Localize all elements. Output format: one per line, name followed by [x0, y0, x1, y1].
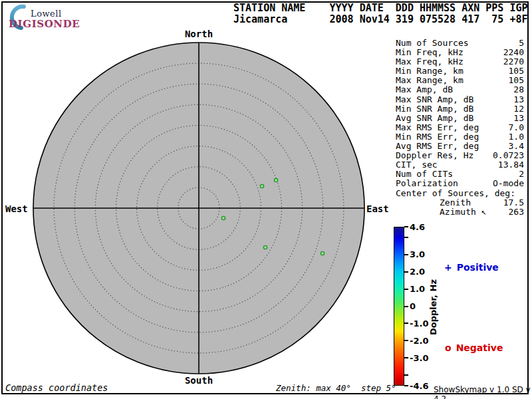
- stat-row: Num of Sources5: [396, 39, 524, 48]
- stat-label: Min SNR Amp, dB: [396, 104, 473, 114]
- stat-row: PolarizationO-mode: [396, 179, 524, 188]
- stat-value: O-mode: [493, 179, 524, 188]
- stat-value: 17.5: [503, 198, 524, 207]
- caption-coordinates: Compass coordinates: [5, 382, 108, 393]
- stat-value: 1.0: [509, 132, 524, 142]
- stat-label: Max Amp, dB: [396, 85, 453, 94]
- stat-row: Max Freq, kHz2270: [396, 57, 524, 66]
- stat-label: CIT, sec: [396, 160, 438, 170]
- legend-positive-label: Positive: [457, 262, 499, 273]
- stat-value: 12: [513, 104, 524, 114]
- stat-row: Doppler Res, Hz0.0723: [396, 151, 524, 160]
- source-point: [321, 251, 324, 255]
- circle-marker-icon: o: [445, 342, 452, 353]
- plus-marker-icon: +: [444, 262, 452, 273]
- stat-value: 13.84: [498, 160, 524, 170]
- stat-value: 2240: [503, 48, 524, 57]
- colorbar-gradient: [394, 227, 404, 386]
- stat-label: Num of Sources: [396, 39, 469, 48]
- stat-label: Min Freq, kHz: [396, 48, 464, 57]
- stat-row: Min Range, km105: [396, 66, 524, 76]
- stat-value: 263: [509, 207, 524, 217]
- stat-value: 2: [519, 170, 524, 179]
- stat-row: Min SNR Amp, dB12: [396, 104, 524, 114]
- stat-value: 7.0: [509, 123, 524, 132]
- stat-label: Zenith: [440, 198, 471, 207]
- stat-row: Max RMS Err, deg7.0: [396, 123, 524, 132]
- stat-label: Center of Sources, deg:: [396, 189, 515, 198]
- stat-row: Center of Sources, deg:: [396, 189, 524, 198]
- stat-row: Max SNR Amp, dB13: [396, 95, 524, 104]
- stat-value: 105: [509, 76, 524, 85]
- stat-label: Avg SNR Amp, dB: [396, 114, 473, 123]
- stat-row: Min RMS Err, deg1.0: [396, 132, 524, 142]
- legend-negative-label: Negative: [456, 342, 503, 353]
- stat-label: Max RMS Err, deg: [396, 123, 479, 132]
- compass-label-south: South: [185, 375, 213, 386]
- stat-label: Num of CITs: [396, 170, 453, 179]
- stat-label: Azimuth ↖: [440, 207, 486, 217]
- legend-positive: +Positive: [444, 262, 499, 273]
- compass-label-east: East: [366, 203, 389, 214]
- stat-label: Max Range, km: [396, 76, 464, 85]
- stat-value: 0.0723: [493, 151, 524, 160]
- stat-value: 105: [509, 66, 524, 76]
- logo-text-digisonde: DIGISONDE: [9, 18, 80, 30]
- stat-label: Min RMS Err, deg: [396, 132, 479, 142]
- stat-row: Avg RMS Err, deg3.4: [396, 142, 524, 151]
- compass-label-north: North: [185, 29, 213, 39]
- stat-row: Azimuth ↖263: [396, 207, 524, 217]
- stat-label: Avg RMS Err, deg: [396, 142, 479, 151]
- source-point: [260, 184, 263, 188]
- stat-row: Max Amp, dB28: [396, 85, 524, 94]
- logo-text-lowell: Lowell: [31, 9, 62, 19]
- stat-row: Avg SNR Amp, dB13: [396, 114, 524, 123]
- source-point: [221, 216, 225, 219]
- colorbar-title: Doppler, Hz: [428, 279, 438, 335]
- stat-label: Polarization: [396, 179, 458, 188]
- caption-zenith-scale: Zenith: max 40° step 5°: [276, 383, 396, 393]
- stat-value: 5: [519, 39, 524, 48]
- caption-version: ShowSkymap v 1.0 SD v 4.2: [434, 385, 532, 399]
- source-point: [274, 178, 277, 182]
- legend-negative: oNegative: [445, 342, 503, 353]
- stat-row: CIT, sec13.84: [396, 160, 524, 170]
- stat-label: Doppler Res, Hz: [396, 151, 473, 160]
- stat-value: 3.4: [509, 142, 524, 151]
- stat-label: Max Freq, kHz: [396, 57, 464, 66]
- stat-value: 13: [513, 114, 524, 123]
- stat-row: Zenith17.5: [396, 198, 524, 207]
- stat-value: 2270: [503, 57, 524, 66]
- source-point: [263, 245, 267, 249]
- stat-row: Num of CITs2: [396, 170, 524, 179]
- stat-value: 28: [513, 85, 524, 94]
- stat-row: Max Range, km105: [396, 76, 524, 85]
- compass-label-west: West: [5, 203, 28, 214]
- station-header-labels: STATION NAME YYYY DATE DDD HHMMSS AXN PP…: [233, 3, 528, 14]
- station-header-values: Jicamarca 2008 Nov14 319 075528 417 75 +…: [233, 14, 528, 25]
- stats-panel: Num of Sources5Min Freq, kHz2240Max Freq…: [396, 39, 524, 217]
- stat-label: Min Range, km: [396, 66, 464, 76]
- stat-row: Min Freq, kHz2240: [396, 48, 524, 57]
- stat-label: Max SNR Amp, dB: [396, 95, 473, 104]
- stat-value: 13: [513, 95, 524, 104]
